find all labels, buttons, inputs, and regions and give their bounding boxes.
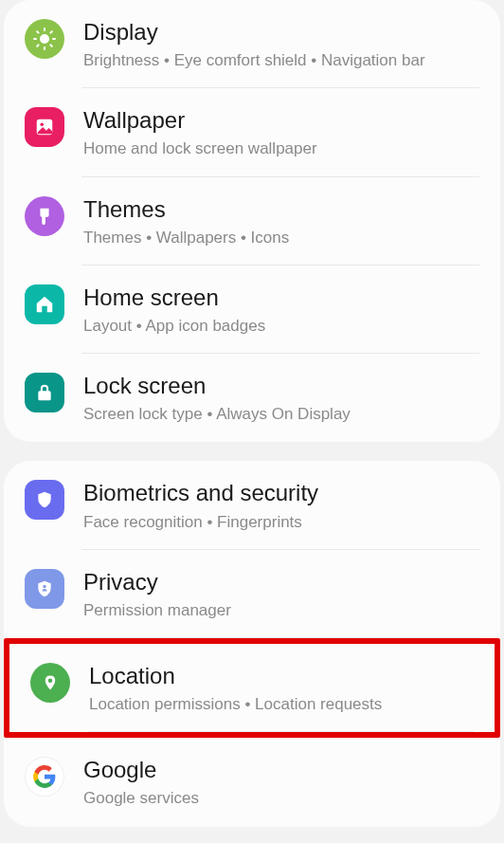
home-icon <box>25 284 64 324</box>
item-text: Themes Themes • Wallpapers • Icons <box>83 194 481 248</box>
svg-line-6 <box>50 45 51 46</box>
item-title: Wallpaper <box>83 105 481 135</box>
item-subtitle: Screen lock type • Always On Display <box>83 404 481 425</box>
item-subtitle: Brightness • Eye comfort shield • Naviga… <box>83 50 481 71</box>
settings-item-biometrics[interactable]: Biometrics and security Face recognition… <box>4 461 500 549</box>
item-title: Google <box>83 755 481 784</box>
item-text: Privacy Permission manager <box>83 567 481 621</box>
item-title: Display <box>83 17 481 46</box>
item-subtitle: Permission manager <box>83 600 481 621</box>
item-text: Biometrics and security Face recognition… <box>83 478 481 532</box>
svg-line-7 <box>37 45 38 46</box>
svg-point-10 <box>40 123 44 127</box>
brush-icon <box>25 196 64 236</box>
item-title: Location <box>89 661 476 690</box>
google-icon <box>25 757 64 797</box>
item-subtitle: Google services <box>83 788 481 809</box>
settings-item-wallpaper[interactable]: Wallpaper Home and lock screen wallpaper <box>4 88 500 176</box>
settings-item-themes[interactable]: Themes Themes • Wallpapers • Icons <box>4 177 500 266</box>
item-title: Privacy <box>83 567 481 596</box>
item-text: Display Brightness • Eye comfort shield … <box>83 17 481 71</box>
picture-icon <box>25 107 64 147</box>
item-text: Lock screen Screen lock type • Always On… <box>83 371 481 425</box>
item-subtitle: Face recognition • Fingerprints <box>83 512 481 533</box>
svg-point-11 <box>43 585 45 588</box>
settings-item-privacy[interactable]: Privacy Permission manager <box>4 550 500 638</box>
item-subtitle: Layout • App icon badges <box>83 316 481 337</box>
item-subtitle: Themes • Wallpapers • Icons <box>83 228 481 248</box>
item-title: Biometrics and security <box>83 478 481 507</box>
item-text: Home screen Layout • App icon badges <box>83 283 481 337</box>
settings-item-lockscreen[interactable]: Lock screen Screen lock type • Always On… <box>4 354 500 442</box>
item-text: Google Google services <box>83 755 481 809</box>
svg-line-8 <box>50 31 51 32</box>
settings-group-1: Display Brightness • Eye comfort shield … <box>4 0 500 442</box>
item-text: Wallpaper Home and lock screen wallpaper <box>83 105 481 159</box>
settings-group-2: Biometrics and security Face recognition… <box>4 461 500 826</box>
location-icon <box>30 663 70 703</box>
svg-point-12 <box>48 678 53 683</box>
item-title: Themes <box>83 194 481 224</box>
item-title: Home screen <box>83 283 481 312</box>
item-text: Location Location permissions • Location… <box>89 661 476 715</box>
settings-item-location[interactable]: Location Location permissions • Location… <box>4 638 500 738</box>
svg-point-0 <box>40 34 49 44</box>
settings-item-display[interactable]: Display Brightness • Eye comfort shield … <box>4 0 500 88</box>
item-title: Lock screen <box>83 371 481 400</box>
svg-line-5 <box>37 31 38 32</box>
shield-icon <box>25 480 64 520</box>
item-subtitle: Home and lock screen wallpaper <box>83 138 481 159</box>
sun-icon <box>25 19 64 59</box>
privacy-icon <box>25 569 64 609</box>
settings-item-homescreen[interactable]: Home screen Layout • App icon badges <box>4 266 500 354</box>
item-subtitle: Location permissions • Location requests <box>89 694 476 715</box>
settings-item-google[interactable]: Google Google services <box>4 738 500 826</box>
lock-icon <box>25 373 64 412</box>
